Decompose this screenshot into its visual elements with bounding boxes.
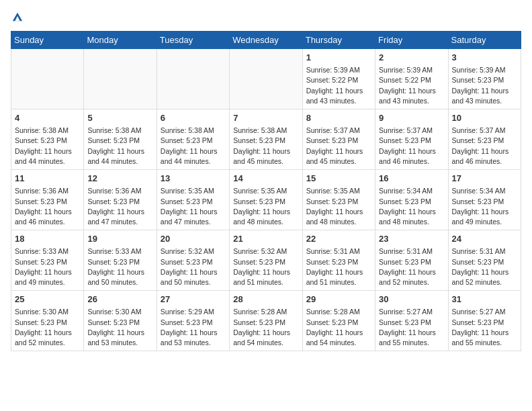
calendar-cell: 26Sunrise: 5:30 AM Sunset: 5:23 PM Dayli…: [84, 291, 157, 351]
day-number: 3: [452, 52, 517, 64]
day-number: 30: [379, 293, 444, 306]
day-number: 10: [452, 112, 517, 124]
day-number: 1: [306, 52, 371, 64]
calendar-cell: 18Sunrise: 5:33 AM Sunset: 5:23 PM Dayli…: [11, 230, 84, 291]
day-info: Sunrise: 5:35 AM Sunset: 5:23 PM Dayligh…: [306, 186, 371, 227]
calendar-week-5: 25Sunrise: 5:30 AM Sunset: 5:23 PM Dayli…: [11, 291, 521, 351]
day-info: Sunrise: 5:33 AM Sunset: 5:23 PM Dayligh…: [87, 246, 152, 287]
calendar-cell: 11Sunrise: 5:36 AM Sunset: 5:23 PM Dayli…: [11, 170, 84, 230]
calendar-cell: 16Sunrise: 5:34 AM Sunset: 5:23 PM Dayli…: [375, 170, 448, 230]
day-info: Sunrise: 5:28 AM Sunset: 5:23 PM Dayligh…: [306, 307, 371, 348]
day-number: 29: [306, 293, 371, 306]
calendar-cell: [157, 49, 229, 109]
day-number: 18: [15, 233, 80, 245]
calendar-cell: 25Sunrise: 5:30 AM Sunset: 5:23 PM Dayli…: [11, 291, 84, 351]
day-info: Sunrise: 5:38 AM Sunset: 5:23 PM Dayligh…: [15, 126, 80, 167]
calendar-cell: [230, 49, 302, 109]
day-info: Sunrise: 5:36 AM Sunset: 5:23 PM Dayligh…: [87, 186, 152, 227]
calendar-cell: [84, 49, 157, 109]
day-info: Sunrise: 5:29 AM Sunset: 5:23 PM Dayligh…: [161, 307, 226, 348]
calendar-cell: 29Sunrise: 5:28 AM Sunset: 5:23 PM Dayli…: [302, 291, 375, 351]
calendar-cell: 9Sunrise: 5:37 AM Sunset: 5:23 PM Daylig…: [375, 109, 448, 170]
day-info: Sunrise: 5:37 AM Sunset: 5:23 PM Dayligh…: [306, 126, 371, 167]
day-number: 23: [379, 233, 444, 245]
calendar-cell: 31Sunrise: 5:27 AM Sunset: 5:23 PM Dayli…: [448, 291, 521, 351]
day-info: Sunrise: 5:35 AM Sunset: 5:23 PM Dayligh…: [161, 186, 226, 227]
day-info: Sunrise: 5:27 AM Sunset: 5:23 PM Dayligh…: [379, 307, 444, 348]
day-number: 6: [161, 112, 226, 124]
day-number: 15: [306, 173, 371, 185]
day-number: 24: [452, 233, 517, 245]
day-number: 22: [306, 233, 371, 245]
day-number: 19: [87, 233, 152, 245]
calendar-cell: 17Sunrise: 5:34 AM Sunset: 5:23 PM Dayli…: [448, 170, 521, 230]
day-number: 27: [161, 293, 226, 306]
calendar-cell: 21Sunrise: 5:32 AM Sunset: 5:23 PM Dayli…: [230, 230, 302, 291]
col-header-sunday: Sunday: [11, 32, 84, 49]
day-number: 4: [15, 112, 80, 124]
calendar-cell: 24Sunrise: 5:31 AM Sunset: 5:23 PM Dayli…: [448, 230, 521, 291]
calendar-week-1: 1Sunrise: 5:39 AM Sunset: 5:22 PM Daylig…: [11, 49, 521, 109]
day-number: 16: [379, 173, 444, 185]
day-number: 7: [233, 112, 298, 124]
day-info: Sunrise: 5:36 AM Sunset: 5:23 PM Dayligh…: [15, 186, 80, 227]
col-header-saturday: Saturday: [448, 32, 521, 49]
day-info: Sunrise: 5:32 AM Sunset: 5:23 PM Dayligh…: [161, 246, 226, 287]
day-number: 11: [15, 173, 80, 185]
day-number: 8: [306, 112, 371, 124]
day-number: 12: [87, 173, 152, 185]
day-number: 9: [379, 112, 444, 124]
calendar-cell: 13Sunrise: 5:35 AM Sunset: 5:23 PM Dayli…: [157, 170, 229, 230]
day-number: 2: [379, 52, 444, 64]
calendar-cell: 14Sunrise: 5:35 AM Sunset: 5:23 PM Dayli…: [230, 170, 302, 230]
calendar-cell: 27Sunrise: 5:29 AM Sunset: 5:23 PM Dayli…: [157, 291, 229, 351]
calendar-cell: 2Sunrise: 5:39 AM Sunset: 5:22 PM Daylig…: [375, 49, 448, 109]
day-number: 28: [233, 293, 298, 306]
day-info: Sunrise: 5:30 AM Sunset: 5:23 PM Dayligh…: [15, 307, 80, 348]
col-header-monday: Monday: [84, 32, 157, 49]
day-info: Sunrise: 5:38 AM Sunset: 5:23 PM Dayligh…: [161, 126, 226, 167]
logo: [11, 11, 26, 26]
day-info: Sunrise: 5:38 AM Sunset: 5:23 PM Dayligh…: [87, 126, 152, 167]
calendar-cell: [11, 49, 84, 109]
logo-icon: [11, 11, 24, 23]
calendar-week-3: 11Sunrise: 5:36 AM Sunset: 5:23 PM Dayli…: [11, 170, 521, 230]
calendar-cell: 10Sunrise: 5:37 AM Sunset: 5:23 PM Dayli…: [448, 109, 521, 170]
calendar-week-2: 4Sunrise: 5:38 AM Sunset: 5:23 PM Daylig…: [11, 109, 521, 170]
day-number: 5: [87, 112, 152, 124]
calendar-week-4: 18Sunrise: 5:33 AM Sunset: 5:23 PM Dayli…: [11, 230, 521, 291]
day-number: 13: [161, 173, 226, 185]
calendar-cell: 23Sunrise: 5:31 AM Sunset: 5:23 PM Dayli…: [375, 230, 448, 291]
day-info: Sunrise: 5:32 AM Sunset: 5:23 PM Dayligh…: [233, 246, 298, 287]
col-header-tuesday: Tuesday: [157, 32, 229, 49]
calendar-cell: 4Sunrise: 5:38 AM Sunset: 5:23 PM Daylig…: [11, 109, 84, 170]
day-number: 14: [233, 173, 298, 185]
day-info: Sunrise: 5:34 AM Sunset: 5:23 PM Dayligh…: [452, 186, 517, 227]
calendar-cell: 1Sunrise: 5:39 AM Sunset: 5:22 PM Daylig…: [302, 49, 375, 109]
day-info: Sunrise: 5:34 AM Sunset: 5:23 PM Dayligh…: [379, 186, 444, 227]
col-header-friday: Friday: [375, 32, 448, 49]
calendar-cell: 7Sunrise: 5:38 AM Sunset: 5:23 PM Daylig…: [230, 109, 302, 170]
day-info: Sunrise: 5:37 AM Sunset: 5:23 PM Dayligh…: [452, 126, 517, 167]
calendar-cell: 5Sunrise: 5:38 AM Sunset: 5:23 PM Daylig…: [84, 109, 157, 170]
calendar-cell: 28Sunrise: 5:28 AM Sunset: 5:23 PM Dayli…: [230, 291, 302, 351]
day-info: Sunrise: 5:31 AM Sunset: 5:23 PM Dayligh…: [452, 246, 517, 287]
calendar-cell: 6Sunrise: 5:38 AM Sunset: 5:23 PM Daylig…: [157, 109, 229, 170]
day-info: Sunrise: 5:39 AM Sunset: 5:22 PM Dayligh…: [379, 65, 444, 106]
calendar-table: SundayMondayTuesdayWednesdayThursdayFrid…: [11, 31, 521, 351]
day-info: Sunrise: 5:28 AM Sunset: 5:23 PM Dayligh…: [233, 307, 298, 348]
day-number: 26: [87, 293, 152, 306]
day-info: Sunrise: 5:27 AM Sunset: 5:23 PM Dayligh…: [452, 307, 517, 348]
calendar-cell: 30Sunrise: 5:27 AM Sunset: 5:23 PM Dayli…: [375, 291, 448, 351]
day-info: Sunrise: 5:30 AM Sunset: 5:23 PM Dayligh…: [87, 307, 152, 348]
day-info: Sunrise: 5:31 AM Sunset: 5:23 PM Dayligh…: [306, 246, 371, 287]
day-number: 21: [233, 233, 298, 245]
col-header-wednesday: Wednesday: [230, 32, 302, 49]
day-info: Sunrise: 5:39 AM Sunset: 5:22 PM Dayligh…: [306, 65, 371, 106]
day-info: Sunrise: 5:38 AM Sunset: 5:23 PM Dayligh…: [233, 126, 298, 167]
calendar-header-row: SundayMondayTuesdayWednesdayThursdayFrid…: [11, 32, 521, 49]
day-info: Sunrise: 5:37 AM Sunset: 5:23 PM Dayligh…: [379, 126, 444, 167]
calendar-cell: 22Sunrise: 5:31 AM Sunset: 5:23 PM Dayli…: [302, 230, 375, 291]
calendar-cell: 15Sunrise: 5:35 AM Sunset: 5:23 PM Dayli…: [302, 170, 375, 230]
calendar-cell: 19Sunrise: 5:33 AM Sunset: 5:23 PM Dayli…: [84, 230, 157, 291]
